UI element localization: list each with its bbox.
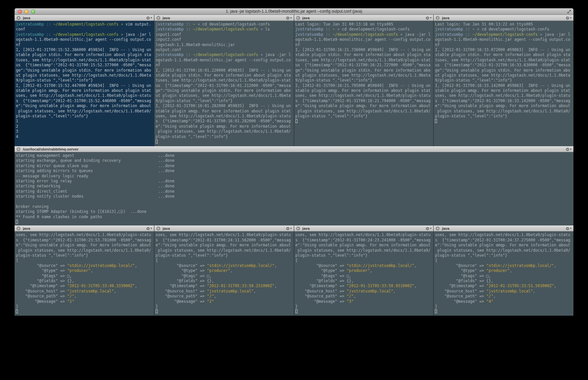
terminal-text-segment: plugin statuses, see http://logstash.net…: [16, 109, 151, 113]
gear-menu-button[interactable]: ⚙▾: [286, 16, 292, 20]
terminal-line: 9/plugin-status ","level":"info"}: [16, 78, 153, 83]
terminal-line: ut plugin statuses, see http://logstash.…: [16, 73, 153, 78]
terminal-text-segment: "2": [207, 299, 214, 304]
pane-title: java: [163, 226, 170, 230]
terminal-line: jvstratusmbp :: ~/development/logstash-c…: [16, 22, 153, 27]
terminal-line: ut plugin statuses, see http://logstash.…: [435, 73, 572, 78]
terminal-text-segment: I, [2012-01-31T00:16:21.795000 #59849] I…: [295, 83, 431, 88]
gear-menu-button[interactable]: ⚙▾: [565, 226, 571, 231]
terminal-text-segment: »: [197, 22, 200, 27]
close-pane-icon[interactable]: ×: [296, 226, 300, 230]
terminal-text-segment: ,: [135, 284, 137, 288]
terminal-text-segment: "2012-01-31T05:33:49.333000Z": [67, 284, 135, 288]
terminal-line: [435, 119, 572, 124]
terminal-text-segment: jvstratusmbp ::: [16, 32, 51, 37]
terminal-output[interactable]: uses, see http://logstash.net/docs/1.1.0…: [15, 231, 154, 316]
terminal-line: "@message" => "2": [156, 299, 293, 304]
terminal-text-segment: }: [295, 304, 298, 309]
terminal-text-segment: {: [295, 258, 298, 263]
close-pane-icon[interactable]: ×: [156, 16, 160, 20]
terminal-line: "@source_host" => "jvstratusmbp.local",: [435, 289, 572, 294]
terminal-output[interactable]: uses, see http://logstash.net/docs/1.1.0…: [294, 231, 434, 316]
terminal-line: }: [156, 304, 293, 309]
terminal-line: nf: [16, 42, 153, 47]
terminal-text-segment: "/": [67, 294, 74, 298]
terminal-line: "@source" => "stdin://jvstratusmbp.local…: [156, 263, 293, 268]
terminal-line: uses, see http://logstash.net/docs/1.1.0…: [295, 93, 432, 98]
close-pane-icon[interactable]: ×: [17, 147, 21, 151]
terminal-line: Last login: Tue Jan 31 00:13:22 on ttys0…: [435, 22, 572, 27]
terminal-output[interactable]: jvstratusmbp :: ~ » cd development/logst…: [154, 21, 294, 146]
terminal-text-segment: "@timestamp" =>: [16, 284, 67, 288]
terminal-line: plugin-status ","level":"info"}: [156, 134, 293, 139]
zoom-button[interactable]: [31, 10, 35, 14]
terminal-text-segment: 9/plugin-status ","level":"info"}: [156, 98, 233, 103]
pane-titlebar: × java ⚙▾: [294, 15, 434, 21]
terminal-output[interactable]: Last login: Tue Jan 31 00:13:18 on ttys0…: [294, 21, 434, 146]
pane-titlebar: × java ⚙▾: [294, 225, 434, 231]
terminal-line: ut plugin statuses, see http://logstash.…: [295, 73, 432, 78]
close-pane-icon[interactable]: ×: [436, 16, 440, 20]
terminal-line: "@tags" => □,: [156, 274, 293, 279]
chevron-down-icon: ▾: [430, 227, 431, 230]
close-pane-icon[interactable]: ×: [17, 16, 21, 20]
terminal-line: Last login: Tue Jan 31 00:13:18 on ttys0…: [295, 22, 432, 27]
gear-icon: ⚙: [286, 16, 290, 20]
close-pane-icon[interactable]: ×: [17, 226, 21, 230]
terminal-line: "@source_path" => "/",: [295, 294, 432, 299]
terminal-text-segment: "@tags" => □,: [16, 274, 72, 278]
minimize-button[interactable]: [25, 10, 28, 14]
terminal-text-segment: ~/development/logstash-confs: [333, 32, 398, 37]
terminal-line: "@type" => "producer",: [16, 268, 153, 273]
terminal-text-segment: 9/plugin-status ","level":"info"}: [435, 78, 512, 83]
terminal-pane-rabbitmq: × /usr/local/sbin/rabbitmq-server ⚙▾ sta…: [15, 146, 573, 225]
terminal-text-segment: "@source_path" =>: [435, 294, 486, 298]
window-titlebar[interactable]: 1. java -jar logstash-1.1.0beta9-monolit…: [15, 8, 573, 15]
terminal-text-segment: Last login: Tue Jan 31 00:13:22 on ttys0…: [435, 22, 533, 27]
terminal-line: ogstash-1.1.0beta9-monolithic.jar agent …: [435, 37, 572, 42]
terminal-line: s {"timestamp":"2012-01-31T00:16:01.2820…: [156, 119, 293, 124]
chevron-down-icon: ▾: [570, 17, 571, 19]
terminal-text-segment: [470, 32, 472, 37]
terminal-output[interactable]: uses, see http://logstash.net/docs/1.1.0…: [154, 231, 294, 316]
gear-icon: ⚙: [286, 226, 290, 231]
terminal-output[interactable]: Last login: Tue Jan 31 00:13:22 on ttys0…: [434, 21, 573, 146]
terminal-text-segment: »: [121, 22, 123, 27]
terminal-line: "@fields" => {},: [295, 279, 432, 284]
gear-menu-button[interactable]: ⚙▾: [426, 226, 432, 231]
terminal-text-segment: "/": [486, 294, 493, 298]
close-pane-icon[interactable]: ×: [156, 226, 160, 230]
pane-title: java: [442, 226, 449, 230]
gear-menu-button[interactable]: ⚙▾: [565, 16, 571, 20]
terminal-text-segment: tuses, see http://logstash.net/docs/1.1.…: [16, 58, 151, 62]
terminal-output[interactable]: uses, see http://logstash.net/docs/1.1.0…: [434, 231, 573, 316]
terminal-pane-top-4: × java ⚙▾ Last login: Tue Jan 31 00:13:2…: [434, 15, 573, 146]
terminal-line: starting error log relay ...done: [16, 179, 572, 184]
terminal-text-segment: "@timestamp" =>: [156, 284, 207, 288]
terminal-line: plugin-status ","level":"info"}: [156, 253, 293, 258]
gear-icon: ⚙: [146, 226, 150, 231]
gear-menu-button[interactable]: ⚙▾: [565, 147, 571, 152]
terminal-output[interactable]: starting management agent ...donestartin…: [15, 152, 573, 225]
fullscreen-icon[interactable]: [567, 10, 571, 14]
terminal-line: }: [435, 304, 572, 309]
gear-menu-button[interactable]: ⚙▾: [146, 16, 152, 20]
terminal-text-segment: uses, see http://logstash.net/docs/1.1.0…: [435, 232, 570, 237]
terminal-line: [295, 119, 432, 124]
terminal-text-segment: "stdin://jvstratusmbp.local/": [207, 263, 275, 268]
gear-menu-button[interactable]: ⚙▾: [286, 226, 292, 231]
close-pane-icon[interactable]: ×: [436, 226, 440, 230]
terminal-text-segment: nf: [16, 42, 21, 47]
pane-title: java: [442, 16, 449, 20]
terminal-text-segment: ,: [533, 289, 535, 293]
terminal-line: "@source" => "stdin://jvstratusmbp.local…: [295, 263, 432, 268]
gear-menu-button[interactable]: ⚙▾: [426, 16, 432, 20]
terminal-text-segment: ogstash-1.1.0beta9-monolithic.jar agent …: [435, 37, 570, 42]
terminal-line: plugin statuses, see http://logstash.net…: [156, 129, 293, 134]
gear-menu-button[interactable]: ⚙▾: [146, 226, 152, 231]
terminal-output[interactable]: jvstratusmbp :: ~/development/logstash-c…: [15, 21, 154, 146]
close-pane-icon[interactable]: ×: [296, 16, 300, 20]
close-button[interactable]: [18, 10, 22, 14]
terminal-line: I, [2012-01-31T00:15:52.386000 #59834] I…: [16, 47, 153, 52]
terminal-text-segment: starting networking ...done: [16, 184, 174, 188]
